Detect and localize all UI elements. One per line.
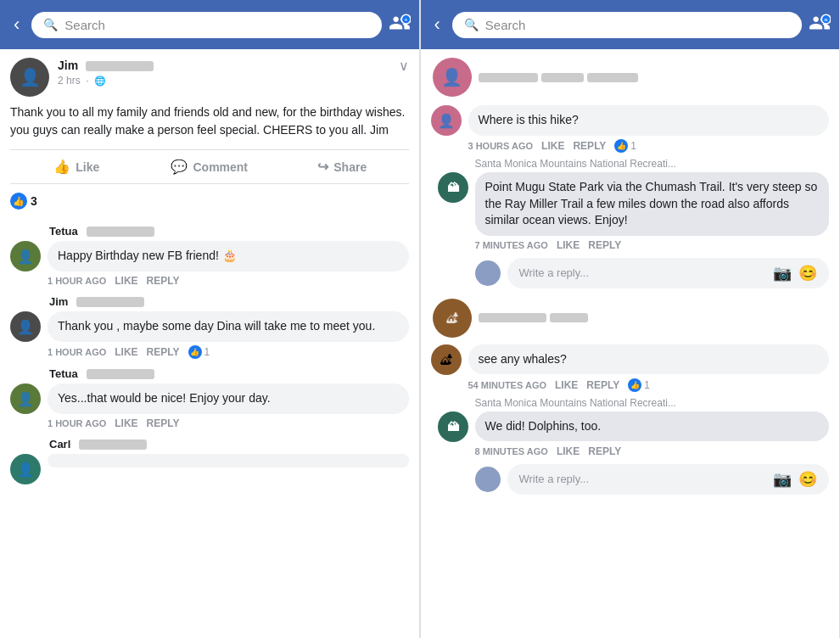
thread-2-camera-icon[interactable]: 📷	[773, 470, 792, 489]
thread-1-comment-1-row: 👤 Where is this hike?	[431, 105, 830, 136]
thread-2-comment-1-like-circle: 👍	[628, 378, 641, 392]
right-search-bar[interactable]: 🔍 Search	[452, 12, 802, 38]
thread-2-reply-input[interactable]: Write a reply... 📷 😊	[507, 464, 830, 495]
reaction-row: 👍 3	[10, 193, 409, 215]
thread-2-comment-2-bubble: We did! Dolphins, too.	[475, 411, 830, 442]
left-panel: ‹ 🔍 Search + 👤 Jim	[0, 0, 420, 638]
comment-4-name-row: Carl	[10, 438, 409, 451]
thread-2-user-row: 🏕	[431, 299, 830, 338]
thread-1-comment-1-meta: 3 HOURS AGO LIKE REPLY 👍 1	[431, 139, 830, 153]
post-author-info: Jim 2 hrs · 🌐	[58, 58, 390, 87]
post-dropdown-icon[interactable]: ∨	[399, 58, 409, 74]
thread-2-comment-1-row: 🏕 see any whales?	[431, 344, 830, 375]
comment-group-1: Tetua 👤 Happy Birthday new FB friend! 🎂 …	[10, 225, 409, 287]
post-author-avatar: 👤	[10, 58, 49, 97]
thread-2-comment-1-time: 54 MINUTES AGO	[468, 380, 547, 390]
comment-4-author: Carl	[49, 438, 70, 451]
thread-2-comment-1-like-count: 1	[644, 379, 650, 391]
share-button[interactable]: ↪ Share	[276, 154, 409, 180]
right-top-redacted-3	[587, 73, 638, 82]
comment-3-author-redacted	[87, 369, 154, 379]
thread-2-comment-2-reply[interactable]: REPLY	[588, 445, 621, 457]
right-friend-icon[interactable]: ≡	[809, 12, 831, 38]
comment-3-name-row: Tetua	[10, 367, 409, 380]
comment-3-avatar: 👤	[10, 383, 41, 414]
thread-2-comment-2-avatar: 🏔	[438, 411, 468, 442]
thread-1-reply-input[interactable]: Write a reply... 📷 😊	[507, 258, 830, 288]
thread-1-comment-1-like[interactable]: LIKE	[541, 140, 564, 152]
comment-2-time: 1 HOUR AGO	[48, 347, 106, 357]
comment-label: Comment	[193, 160, 248, 174]
comment-3-reply-action[interactable]: REPLY	[147, 417, 180, 429]
left-search-icon: 🔍	[43, 18, 58, 31]
thread-1-comment-2-like[interactable]: LIKE	[557, 239, 580, 251]
comment-2-author-redacted	[76, 297, 144, 307]
comment-2-row: 👤 Thank you , maybe some day Dina will t…	[10, 311, 409, 342]
comment-1-reply-action[interactable]: REPLY	[147, 275, 180, 287]
thread-group-1: 👤 Where is this hike? 3 HOURS AGO LIKE R…	[431, 105, 830, 288]
thread-1-reply-placeholder: Write a reply...	[519, 266, 590, 279]
post-text: Thank you to all my family and friends o…	[10, 104, 409, 139]
thread-2-comment-1-like-row: 👍 1	[628, 378, 650, 392]
post-action-row: 👍 Like 💬 Comment ↪ Share	[10, 149, 409, 184]
thread-2-emoji-icon[interactable]: 😊	[798, 470, 817, 489]
comment-4-avatar: 👤	[10, 454, 41, 484]
thread-2-comment-1-meta: 54 MINUTES AGO LIKE REPLY 👍 1	[431, 378, 830, 392]
comment-2-like-action[interactable]: LIKE	[115, 346, 137, 358]
comment-2-avatar: 👤	[10, 311, 41, 342]
right-top-redacted-2	[541, 73, 584, 82]
reaction-like-icon: 👍	[10, 193, 27, 210]
left-content: 👤 Jim 2 hrs · 🌐 ∨ Thank you to all my fa…	[0, 49, 419, 638]
comment-2-reply-action[interactable]: REPLY	[147, 346, 180, 358]
comment-2-text: Thank you , maybe some day Dina will tak…	[58, 319, 375, 333]
like-button[interactable]: 👍 Like	[10, 154, 143, 180]
share-label: Share	[333, 160, 367, 174]
comment-1-meta: 1 HOUR AGO LIKE REPLY	[10, 275, 409, 287]
left-back-button[interactable]: ‹	[8, 10, 25, 39]
thread-1-comment-2-reply[interactable]: REPLY	[588, 239, 621, 251]
left-header: ‹ 🔍 Search +	[0, 0, 419, 49]
thread-1-comment-1-avatar: 👤	[431, 105, 462, 136]
thread-2-user-info	[479, 313, 588, 322]
comment-2-like-count-row: 👍 1	[188, 345, 210, 359]
thread-2-reply-avatar	[475, 467, 501, 492]
author-name-text: Jim	[58, 59, 78, 72]
thread-2-comment-1-text: see any whales?	[479, 352, 567, 366]
camera-icon[interactable]: 📷	[773, 264, 792, 283]
thread-1-comment-1-time: 3 HOURS AGO	[468, 141, 534, 151]
thread-2-reply-row: Write a reply... 📷 😊	[431, 464, 830, 495]
comment-2-like-circle: 👍	[188, 345, 202, 359]
thread-1-comment-1-reply[interactable]: REPLY	[573, 140, 606, 152]
author-redacted-bar	[86, 61, 154, 71]
right-back-button[interactable]: ‹	[429, 10, 445, 39]
comment-1-author: Tetua	[49, 225, 78, 238]
post-meta: 2 hrs · 🌐	[58, 75, 390, 87]
thread-2-reply-placeholder: Write a reply...	[519, 473, 590, 485]
comment-button[interactable]: 💬 Comment	[143, 154, 277, 180]
post-author-row: 👤 Jim 2 hrs · 🌐 ∨	[10, 58, 409, 97]
comment-1-time: 1 HOUR AGO	[48, 276, 106, 286]
comment-3-like-action[interactable]: LIKE	[115, 417, 137, 429]
thread-2-comment-1-reply[interactable]: REPLY	[586, 379, 619, 391]
thread-1-comment-1-like-count: 1	[630, 140, 636, 152]
thread-2-comment-2-time: 8 MINUTES AGO	[475, 446, 548, 456]
thread-1-comment-2-text: Point Mugu State Park via the Chumash Tr…	[485, 180, 818, 227]
emoji-icon[interactable]: 😊	[798, 264, 817, 283]
comment-3-row: 👤 Yes...that would be nice! Enjoy your d…	[10, 383, 409, 414]
thread-2-redacted-row	[479, 313, 588, 322]
thread-2-comment-2-like[interactable]: LIKE	[557, 445, 580, 457]
thread-2-user-avatar: 🏕	[433, 299, 472, 338]
comment-1-like-action[interactable]: LIKE	[115, 275, 137, 287]
thread-2-reply-icons: 📷 😊	[773, 470, 817, 489]
thread-1-comment-2-meta: 7 MINUTES AGO LIKE REPLY	[431, 239, 830, 251]
comment-3-time: 1 HOUR AGO	[48, 418, 106, 428]
right-top-redacted-row	[479, 73, 638, 82]
thread-1-page-name: Santa Monica Mountains National Recreati…	[431, 158, 830, 170]
thread-2-comment-1-like[interactable]: LIKE	[555, 379, 578, 391]
comment-1-row: 👤 Happy Birthday new FB friend! 🎂	[10, 241, 409, 271]
reaction-count: 3	[31, 194, 37, 208]
comment-2-author: Jim	[49, 295, 68, 308]
left-search-bar[interactable]: 🔍 Search	[31, 12, 381, 38]
thread-1-comment-2-avatar: 🏔	[438, 172, 468, 203]
left-friend-icon[interactable]: +	[389, 12, 411, 38]
